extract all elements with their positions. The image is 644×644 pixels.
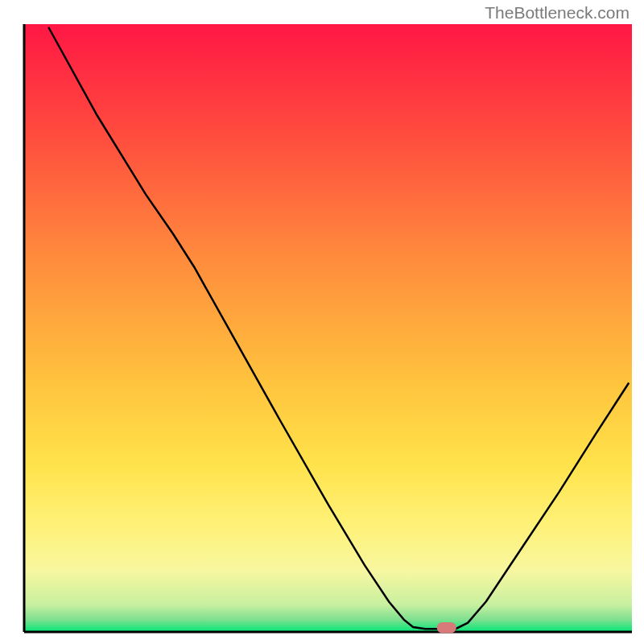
plot-background	[24, 24, 632, 632]
optimal-marker	[437, 622, 456, 634]
chart-container: TheBottleneck.com	[0, 0, 644, 644]
chart-svg	[0, 0, 644, 644]
watermark-text: TheBottleneck.com	[485, 3, 630, 23]
